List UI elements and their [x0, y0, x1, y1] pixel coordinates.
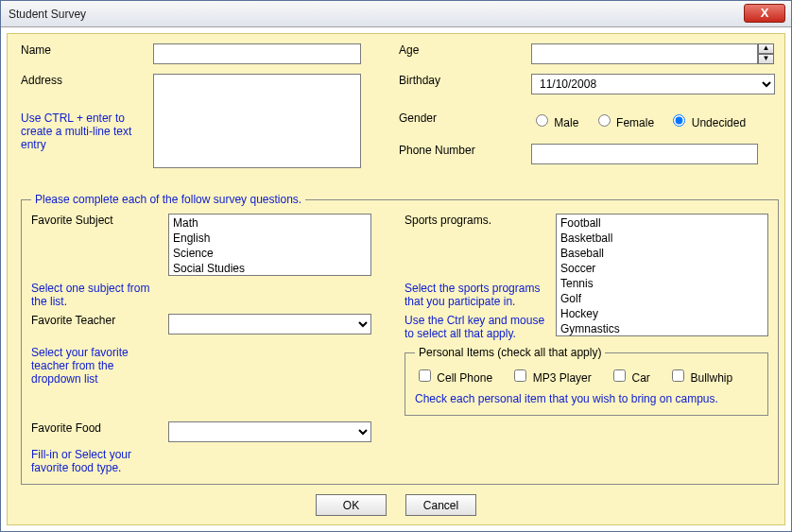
list-item[interactable]: English	[171, 231, 369, 246]
list-item[interactable]: Basketball	[559, 231, 766, 246]
client-area: Name Age ▲ ▼ Address Birthday 11/10/2008…	[7, 33, 785, 525]
top-section: Name Age ▲ ▼ Address Birthday 11/10/2008…	[21, 43, 771, 187]
survey-fieldset: Please complete each of the follow surve…	[21, 193, 779, 485]
phone-input[interactable]	[531, 144, 758, 164]
list-item[interactable]: Math	[171, 215, 369, 231]
gender-label: Gender	[399, 112, 531, 125]
fav-subject-label: Favorite Subject	[31, 214, 168, 227]
fav-subject-hint: Select one subject from the list.	[31, 282, 154, 308]
list-item[interactable]: Baseball	[559, 246, 766, 261]
fav-teacher-select[interactable]	[168, 314, 371, 335]
close-button[interactable]: X	[744, 4, 785, 23]
titlebar: Student Survey X	[1, 1, 791, 27]
age-input[interactable]	[531, 43, 758, 64]
sports-list[interactable]: Football Basketball Baseball Soccer Tenn…	[556, 214, 768, 336]
personal-items-legend: Personal Items (check all that apply)	[415, 346, 605, 359]
address-label: Address	[21, 74, 153, 87]
phone-label: Phone Number	[399, 144, 531, 157]
list-item[interactable]: Social Studies	[171, 261, 369, 276]
sports-hint2: Use the Ctrl key and mouse to select all…	[405, 314, 546, 340]
fav-food-select[interactable]	[168, 421, 371, 442]
dialog-buttons: OK Cancel	[21, 494, 771, 516]
survey-legend: Please complete each of the follow surve…	[31, 193, 305, 206]
birthday-label: Birthday	[399, 74, 531, 87]
list-item[interactable]: Gymnastics	[559, 321, 766, 336]
gender-undecided[interactable]: Undecided	[668, 116, 746, 129]
age-spinner: ▲ ▼	[531, 43, 777, 64]
list-item[interactable]: Tennis	[559, 276, 766, 291]
gender-female[interactable]: Female	[594, 116, 654, 129]
list-item[interactable]: Soccer	[559, 261, 766, 276]
chk-bullwhip[interactable]: Bullwhip	[668, 371, 732, 385]
address-hint: Use CTRL + enter to create a multi-line …	[21, 112, 144, 151]
sports-hint1: Select the sports programs that you part…	[405, 282, 546, 308]
fav-subject-list[interactable]: Math English Science Social Studies	[168, 214, 371, 276]
chk-car[interactable]: Car	[610, 371, 650, 385]
address-input[interactable]	[153, 74, 361, 168]
window-title: Student Survey	[9, 8, 86, 21]
list-item[interactable]: Golf	[559, 291, 766, 306]
sports-label: Sports programs.	[405, 214, 556, 227]
list-item[interactable]: Football	[559, 215, 766, 231]
fav-teacher-hint: Select your favorite teacher from the dr…	[31, 346, 159, 386]
gender-male[interactable]: Male	[531, 116, 578, 129]
personal-items-group: Cell Phone MP3 Player Car Bullwhip	[415, 367, 758, 385]
age-label: Age	[399, 43, 531, 57]
fav-food-hint: Fill-in or Select your favorite food typ…	[31, 448, 164, 474]
age-spin-down[interactable]: ▼	[758, 54, 774, 64]
fav-food-label: Favorite Food	[31, 421, 168, 435]
personal-items-fieldset: Personal Items (check all that apply) Ce…	[405, 346, 768, 416]
gender-group: Male Female Undecided	[531, 112, 777, 129]
ok-button[interactable]: OK	[316, 494, 387, 516]
list-item[interactable]: Science	[171, 246, 369, 261]
personal-items-hint: Check each personal item that you wish t…	[415, 392, 758, 405]
name-input[interactable]	[153, 43, 361, 64]
dialog-window: Student Survey X Name Age ▲ ▼ Address Bi…	[0, 0, 792, 532]
list-item[interactable]: Hockey	[559, 306, 766, 321]
age-spin-up[interactable]: ▲	[758, 43, 774, 54]
birthday-select[interactable]: 11/10/2008	[531, 74, 775, 94]
chk-mp3[interactable]: MP3 Player	[510, 371, 591, 385]
name-label: Name	[21, 43, 153, 57]
cancel-button[interactable]: Cancel	[405, 494, 476, 516]
fav-teacher-label: Favorite Teacher	[31, 314, 168, 327]
chk-cellphone[interactable]: Cell Phone	[415, 371, 492, 385]
